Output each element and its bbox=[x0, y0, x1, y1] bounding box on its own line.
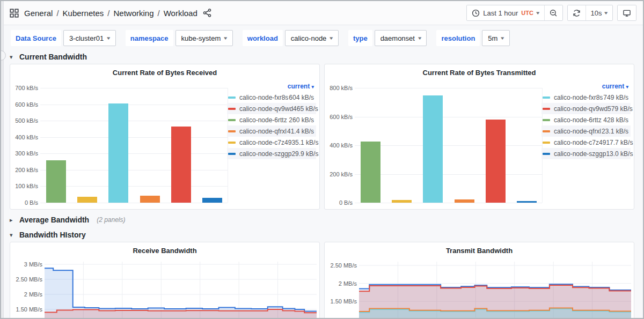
bar-calico-node-szggp[interactable] bbox=[202, 198, 222, 203]
bar-calico-node-6rttz[interactable] bbox=[46, 160, 66, 203]
tv-mode-button[interactable] bbox=[618, 5, 636, 20]
chevron-down-icon: ▾ bbox=[418, 35, 421, 41]
legend-color-swatch bbox=[543, 97, 550, 99]
bar-calico-node-qv9wd[interactable] bbox=[171, 127, 191, 203]
y-axis-tick-label: 2 MB/s bbox=[12, 291, 42, 298]
legend-row[interactable]: calico-node-szggp13.0 kB/s bbox=[541, 148, 631, 159]
zoom-out-button[interactable] bbox=[544, 5, 562, 20]
chevron-down-icon: ▾ bbox=[626, 84, 628, 90]
bar-calico-node-szggp[interactable] bbox=[517, 201, 537, 203]
breadcrumb-item[interactable]: Networking bbox=[113, 9, 153, 18]
panel-title[interactable]: Current Rate of Bytes Transmitted bbox=[325, 64, 634, 77]
breadcrumb-item[interactable]: General bbox=[24, 9, 53, 18]
y-axis-tick-label: 2 MB/s bbox=[327, 280, 357, 287]
panel-receive-bandwidth: Receive Bandwidth 3 MB/s2.50 MB/s2 MB/s1… bbox=[10, 242, 320, 319]
variable-value-dropdown[interactable]: calico-node▾ bbox=[285, 30, 339, 46]
variable-label: namespace bbox=[126, 30, 173, 46]
variable-namespace: namespacekube-system▾ bbox=[126, 30, 233, 46]
bar-calico-node-c7z49[interactable] bbox=[392, 200, 412, 203]
legend-series-value: 29.9 kB/s bbox=[291, 150, 318, 158]
row-average-bandwidth[interactable]: ▸ Average Bandwidth (2 panels) bbox=[1, 211, 643, 227]
panel-count-note: (2 panels) bbox=[97, 216, 125, 224]
breadcrumb-item[interactable]: Kubernetes bbox=[63, 9, 104, 18]
sidebar-collapsed-strip bbox=[1, 1, 4, 318]
legend-row[interactable]: calico-node-fxr8s749 kB/s bbox=[541, 92, 631, 103]
panel-title[interactable]: Receive Bandwidth bbox=[10, 242, 319, 255]
row-current-bandwidth[interactable]: ▾ Current Bandwidth bbox=[1, 51, 643, 64]
bar-chart-plot bbox=[40, 88, 228, 203]
kiosk-controls bbox=[617, 5, 636, 21]
refresh-controls: 10s ▾ bbox=[567, 5, 613, 21]
bar-calico-node-qv9wd[interactable] bbox=[486, 120, 506, 203]
legend-series-value: 35.1 kB/s bbox=[291, 139, 318, 146]
breadcrumb-item[interactable]: Workload bbox=[164, 9, 197, 18]
legend-color-swatch bbox=[543, 142, 550, 144]
apps-grid-icon[interactable] bbox=[10, 9, 19, 18]
legend-color-swatch bbox=[543, 108, 550, 110]
legend-series-value: 749 kB/s bbox=[603, 94, 628, 101]
template-variable-bar: Data Source3-cluster01▾namespacekube-sys… bbox=[1, 25, 643, 51]
legend-row[interactable]: calico-node-6rttz428 kB/s bbox=[541, 114, 631, 125]
y-axis-tick-label: 1.50 MB/s bbox=[12, 306, 42, 313]
panel-transmit-bandwidth: Transmit Bandwidth 2.50 MB/s2 MB/s1.50 M… bbox=[324, 242, 634, 319]
time-range-picker[interactable]: Last 1 hour UTC ▾ bbox=[467, 5, 544, 20]
bar-calico-node-qfrxl[interactable] bbox=[455, 199, 474, 203]
refresh-button[interactable] bbox=[568, 5, 586, 20]
gridline bbox=[355, 145, 542, 146]
legend-row[interactable]: calico-node-szggp29.9 kB/s bbox=[227, 148, 316, 159]
panel-title[interactable]: Current Rate of Bytes Received bbox=[10, 64, 319, 77]
chevron-right-icon: ▸ bbox=[10, 217, 15, 224]
gridline bbox=[355, 174, 542, 175]
section-title: Current Bandwidth bbox=[19, 53, 87, 61]
legend-sort-current[interactable]: current ▾ bbox=[227, 81, 316, 92]
breadcrumb-separator: / bbox=[107, 9, 109, 18]
monitor-icon bbox=[623, 9, 631, 17]
bar-calico-node-qfrxl[interactable] bbox=[140, 196, 160, 203]
variable-value-dropdown[interactable]: daemonset▾ bbox=[375, 30, 427, 46]
y-axis-tick-label: 100 kB/s bbox=[12, 183, 38, 189]
y-axis-tick-label: 200 kB/s bbox=[327, 171, 353, 177]
legend-row[interactable]: calico-node-qv9wd465 kB/s bbox=[227, 103, 316, 114]
bar-calico-node-c7z49[interactable] bbox=[77, 197, 97, 203]
row-bandwidth-history[interactable]: ▾ Bandwidth HIstory bbox=[1, 227, 643, 242]
variable-label: Data Source bbox=[11, 30, 61, 46]
y-axis-tick-label: 700 kB/s bbox=[12, 85, 38, 91]
legend-color-swatch bbox=[228, 130, 236, 132]
breadcrumb[interactable]: General/Kubernetes/Networking/Workload bbox=[24, 9, 197, 18]
legend-row[interactable]: calico-node-fxr8s604 kB/s bbox=[227, 92, 316, 103]
share-icon[interactable] bbox=[203, 9, 211, 17]
time-controls: Last 1 hour UTC ▾ bbox=[466, 5, 562, 21]
variable-value-dropdown[interactable]: 3-cluster01▾ bbox=[63, 30, 116, 46]
legend-color-swatch bbox=[228, 153, 236, 155]
legend-row[interactable]: calico-node-qfrxl23.1 kB/s bbox=[541, 125, 631, 137]
legend-row[interactable]: calico-node-qv9wd579 kB/s bbox=[541, 103, 631, 114]
legend-series-name: calico-node-qv9wd bbox=[554, 105, 608, 113]
clock-icon bbox=[472, 9, 480, 17]
variable-data-source: Data Source3-cluster01▾ bbox=[11, 30, 116, 46]
legend-series-name: calico-node-szggp bbox=[554, 150, 606, 158]
legend-color-swatch bbox=[228, 97, 236, 99]
legend-row[interactable]: calico-node-c7z4935.1 kB/s bbox=[227, 137, 316, 148]
gridline bbox=[40, 137, 228, 138]
variable-label: workload bbox=[243, 30, 283, 46]
chevron-down-icon: ▾ bbox=[501, 35, 504, 41]
panel-title[interactable]: Transmit Bandwidth bbox=[325, 242, 634, 255]
legend-sort-current[interactable]: current ▾ bbox=[541, 81, 631, 92]
legend-row[interactable]: calico-node-qfrxl41.4 kB/s bbox=[227, 125, 316, 137]
legend-row[interactable]: calico-node-c7z4917.7 kB/s bbox=[541, 137, 631, 148]
variable-value-dropdown[interactable]: kube-system▾ bbox=[175, 30, 233, 46]
bar-calico-node-fxr8s[interactable] bbox=[108, 103, 128, 203]
y-axis-tick-label: 300 kB/s bbox=[12, 150, 38, 157]
time-range-label: Last 1 hour bbox=[483, 9, 518, 17]
y-axis-tick-label: 600 kB/s bbox=[12, 101, 38, 108]
gridline bbox=[40, 203, 228, 203]
bar-chart-plot bbox=[355, 88, 543, 203]
legend-row[interactable]: calico-node-6rttz260 kB/s bbox=[227, 114, 316, 125]
bar-calico-node-fxr8s[interactable] bbox=[423, 95, 443, 203]
legend: current ▾calico-node-fxr8s749 kB/scalico… bbox=[541, 81, 631, 159]
variable-value-dropdown[interactable]: 5m▾ bbox=[482, 30, 510, 46]
legend-series-name: calico-node-fxr8s bbox=[239, 94, 289, 101]
refresh-interval-picker[interactable]: 10s ▾ bbox=[586, 5, 613, 20]
series-line[interactable] bbox=[45, 268, 317, 311]
bar-calico-node-6rttz[interactable] bbox=[361, 142, 380, 203]
